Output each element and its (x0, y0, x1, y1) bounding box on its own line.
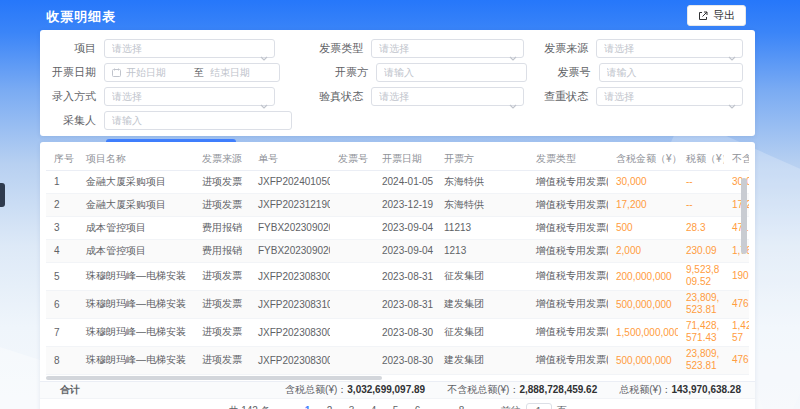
table-cell: 费用报销 (194, 216, 250, 239)
total-tax-label: 总税额(¥)： (619, 383, 671, 397)
invoice-source-label: 发票来源 (538, 41, 596, 56)
table-cell: JXFP20240105001 (250, 170, 330, 193)
table-cell: -- (678, 170, 724, 193)
project-select-input[interactable] (112, 43, 267, 54)
prev-page-button[interactable]: ‹ (283, 404, 295, 409)
column-header: 开票方 (436, 148, 528, 170)
table-cell: 1 (46, 170, 78, 193)
column-header: 不含税金额（¥） (724, 148, 749, 170)
collector-input-box[interactable] (104, 111, 292, 130)
table-cell: 进项发票 (194, 318, 250, 346)
invoice-source-select-input[interactable] (604, 43, 735, 54)
horizontal-scrollbar[interactable] (46, 376, 382, 380)
dup-status-select[interactable] (596, 87, 743, 106)
table-cell: 3 (46, 216, 78, 239)
collector-label: 采集人 (52, 113, 104, 128)
column-header: 单号 (250, 148, 330, 170)
total-excl-tax-value: 2,888,728,459.62 (519, 384, 597, 395)
table-cell: 1213 (436, 239, 528, 262)
table-cell: 500,000,000 (608, 346, 678, 374)
table-row[interactable]: 2金融大厦采购项目进项发票JXFP202312190022023-12-19东海… (46, 193, 749, 216)
table-row[interactable]: 1金融大厦采购项目进项发票JXFP202401050012024-01-05东海… (46, 170, 749, 193)
table-cell (330, 318, 374, 346)
dup-status-select-input[interactable] (604, 91, 735, 102)
table-cell: 476,190,476.19 (724, 346, 749, 374)
table-cell: 增值税专用发票(蓝) (528, 239, 608, 262)
table-row[interactable]: 8珠穆朗玛峰—电梯安装进项发票JXFP202308300032023-08-30… (46, 346, 749, 374)
export-button[interactable]: 导出 (687, 5, 746, 26)
invoice-date-range[interactable]: 至 (104, 63, 280, 82)
table-cell: 进项发票 (194, 290, 250, 318)
table-cell: JXFP20230830001 (250, 318, 330, 346)
invoice-source-select[interactable] (596, 39, 743, 58)
end-date-input[interactable] (210, 67, 272, 78)
verify-status-select-input[interactable] (379, 91, 516, 102)
entry-method-select[interactable] (104, 87, 275, 106)
next-page-button[interactable]: › (475, 404, 487, 409)
table-cell: 珠穆朗玛峰—电梯安装 (78, 262, 194, 290)
issuer-input-box[interactable] (376, 63, 527, 82)
vertical-scrollbar[interactable] (741, 178, 747, 254)
project-select[interactable] (104, 39, 275, 58)
table-cell: 500,000,000 (608, 290, 678, 318)
start-date-input[interactable] (126, 67, 188, 78)
table-cell: 28.3 (678, 216, 724, 239)
table-cell: 190,476,190.48 (724, 262, 749, 290)
table-cell: 东海特供 (436, 193, 528, 216)
invoice-type-select-input[interactable] (379, 43, 516, 54)
invoice-type-select[interactable] (371, 39, 524, 58)
table-row[interactable]: 5珠穆朗玛峰—电梯安装进项发票JXFP202308300022023-08-31… (46, 262, 749, 290)
calendar-icon (112, 68, 121, 77)
page-button[interactable]: 3 (343, 402, 361, 409)
table-cell: 8 (46, 346, 78, 374)
table-scroll-area[interactable]: 序号项目名称发票来源单号发票号开票日期开票方发票类型含税金额（¥）税额（¥）不含… (46, 148, 749, 375)
issuer-input[interactable] (384, 67, 519, 78)
table-cell: 进项发票 (194, 170, 250, 193)
table-row[interactable]: 4成本管控项目费用报销FYBX202309020032023-09-041213… (46, 239, 749, 262)
invoice-no-input-box[interactable] (599, 63, 743, 82)
page-button[interactable]: 8 (453, 402, 471, 409)
page-button[interactable]: 1 (299, 402, 317, 409)
project-label: 项目 (52, 41, 104, 56)
page-button[interactable]: 4 (365, 402, 383, 409)
table-cell: 2 (46, 193, 78, 216)
table-row[interactable]: 3成本管控项目费用报销FYBX202309020032023-09-041121… (46, 216, 749, 239)
invoice-type-label: 发票类型 (315, 41, 371, 56)
export-label: 导出 (713, 8, 735, 23)
entry-method-select-input[interactable] (112, 91, 267, 102)
table-cell: 成本管控项目 (78, 216, 194, 239)
page-button[interactable]: 5 (387, 402, 405, 409)
table-cell: 增值税专用发票(蓝) (528, 318, 608, 346)
table-cell: 增值税专用发票(蓝) (528, 262, 608, 290)
table-cell: 6 (46, 290, 78, 318)
table-cell: 2023-08-30 (374, 318, 436, 346)
table-cell: JXFP20230831001 (250, 290, 330, 318)
table-cell: 增值税专用发票(蓝) (528, 193, 608, 216)
invoice-no-input[interactable] (607, 67, 735, 78)
goto-page-input[interactable] (526, 403, 552, 409)
table-cell (330, 216, 374, 239)
table-cell: 4 (46, 239, 78, 262)
topbar: 收票明细表 导出 (0, 0, 800, 30)
table-row[interactable]: 6珠穆朗玛峰—电梯安装进项发票JXFP202308310012023-08-31… (46, 290, 749, 318)
total-tax-value: 143,970,638.28 (671, 384, 741, 395)
page-title: 收票明细表 (46, 8, 116, 26)
verify-status-select[interactable] (371, 87, 524, 106)
column-header: 开票日期 (374, 148, 436, 170)
table-cell: 7 (46, 318, 78, 346)
page-button[interactable]: 2 (321, 402, 339, 409)
drawer-handle[interactable] (0, 183, 5, 207)
table-cell: -- (678, 193, 724, 216)
table-cell: 2023-09-04 (374, 216, 436, 239)
table-cell: 东海特供 (436, 170, 528, 193)
entry-method-label: 录入方式 (52, 89, 104, 104)
table-cell: 2,000 (608, 239, 678, 262)
table-cell (330, 290, 374, 318)
page-button[interactable]: 6 (409, 402, 427, 409)
issuer-label: 开票方 (320, 65, 376, 80)
invoice-no-label: 发票号 (541, 65, 599, 80)
table-row[interactable]: 7珠穆朗玛峰—电梯安装进项发票JXFP202308300012023-08-30… (46, 318, 749, 346)
goto-unit: 页 (557, 404, 567, 409)
collector-input[interactable] (112, 115, 284, 126)
column-header: 项目名称 (78, 148, 194, 170)
